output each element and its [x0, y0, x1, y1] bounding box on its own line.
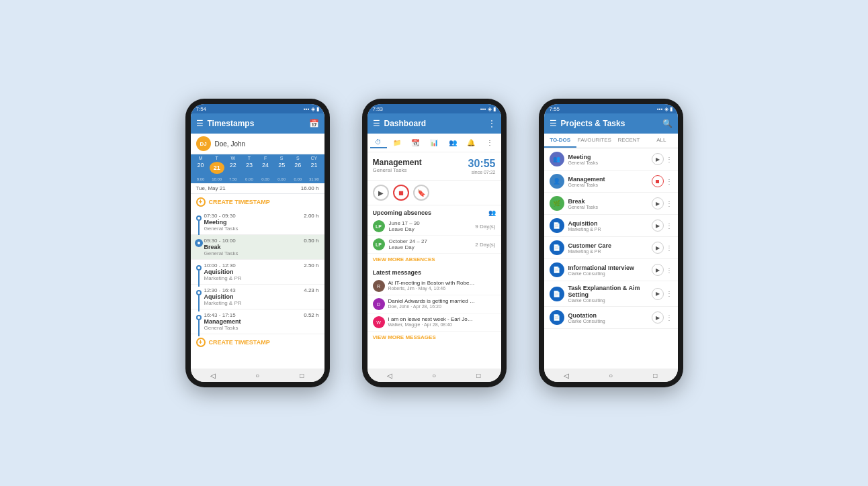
- message-item-1[interactable]: R At IT-meeting in Boston with Roberts -…: [367, 277, 501, 295]
- nav-bar-1: ◁ ○ □: [191, 369, 324, 382]
- hour-3: 0.00: [242, 177, 257, 181]
- task-item-task-explanation[interactable]: 📄 Task Explanantion & Aim Setting Clarke…: [544, 281, 678, 307]
- wifi-icon-2: ◈: [488, 106, 492, 112]
- date-21-container[interactable]: 21: [210, 162, 224, 174]
- play-aquisition[interactable]: ▶: [652, 220, 664, 232]
- phone-screen-timestamps: 7:54 ▪▪▪ ◈ ▮ ☰ Timestamps 📅 DJ Doe, John: [191, 104, 324, 382]
- task-item-quotation[interactable]: 📄 Quotation Clarke Consulting ▶ ⋮: [544, 307, 678, 329]
- play-info-interview[interactable]: ▶: [652, 264, 664, 276]
- nav-back-3[interactable]: ◁: [561, 370, 572, 381]
- view-more-messages[interactable]: VIEW MORE MESSAGES: [367, 332, 501, 343]
- task-item-management[interactable]: 👤 Management General Tasks ⏹ ⋮: [544, 171, 678, 193]
- nav-recent-3[interactable]: □: [650, 370, 660, 381]
- nav-people[interactable]: 👥: [444, 138, 462, 148]
- nav-more[interactable]: ⋮: [481, 138, 498, 148]
- task-item-customer-care[interactable]: 📄 Customer Care Marketing & PR ▶ ⋮: [544, 237, 678, 259]
- nav-recent-1[interactable]: □: [296, 370, 307, 381]
- absence-days-2: 2 Day(s): [475, 242, 495, 248]
- tab-todos[interactable]: TO-DOS: [544, 134, 576, 148]
- nav-home-2[interactable]: ○: [429, 370, 439, 381]
- ts-aquisition-2[interactable]: 12:30 - 16:43 Aquisition Marketing & PR …: [191, 285, 324, 309]
- tab-all[interactable]: ALL: [645, 134, 677, 148]
- hour-5: 0.00: [274, 177, 289, 181]
- nav-bar-2: ◁ ○ □: [367, 369, 501, 382]
- date-26[interactable]: 26: [290, 162, 305, 174]
- date-20[interactable]: 20: [193, 162, 208, 174]
- ts-meeting[interactable]: 07:30 - 09:30 Meeting General Tasks 2.00…: [191, 210, 324, 235]
- nav-clock[interactable]: ⏱: [370, 137, 388, 148]
- stop-control[interactable]: ⏹: [393, 185, 409, 201]
- plus-icon-bottom: +: [196, 338, 206, 347]
- dashboard-content: Management General Tasks 30:55 since 07:…: [367, 152, 501, 369]
- nav-recent-2[interactable]: □: [473, 370, 484, 381]
- ts-aquisition-1[interactable]: 10:00 - 12:30 Aquisition Marketing & PR …: [191, 260, 324, 285]
- nav-home-1[interactable]: ○: [252, 370, 263, 381]
- dashboard-nav-icons: ⏱ 📁 📆 📊 👥 🔔 ⋮: [367, 134, 501, 152]
- play-meeting[interactable]: ▶: [652, 153, 664, 165]
- hamburger-icon-3[interactable]: ☰: [550, 119, 557, 128]
- message-item-2[interactable]: D Daniel Adwards is getting married - Co…: [367, 295, 501, 313]
- more-break[interactable]: ⋮: [666, 200, 672, 207]
- project-meeting: General Tasks: [204, 226, 319, 232]
- nav-folder[interactable]: 📁: [388, 138, 406, 148]
- search-icon-projects[interactable]: 🔍: [662, 119, 672, 128]
- hamburger-icon-2[interactable]: ☰: [373, 119, 380, 128]
- phone-timestamps: 7:54 ▪▪▪ ◈ ▮ ☰ Timestamps 📅 DJ Doe, John: [185, 99, 330, 387]
- task-name-proj-acq: Aquisition: [568, 220, 648, 227]
- task-info-break: Break General Tasks: [568, 198, 648, 209]
- day-t1: T: [210, 156, 224, 160]
- date-25[interactable]: 25: [274, 162, 289, 174]
- date-21b: 21: [306, 162, 321, 174]
- current-time: 30:55: [468, 158, 496, 170]
- task-avatar-management: 👤: [550, 174, 564, 189]
- play-quotation[interactable]: ▶: [652, 311, 664, 324]
- time-mgmt: 16:43 - 17:15: [204, 312, 319, 318]
- timeline-dot-acq2: [196, 290, 202, 295]
- task-avatar-break: 🌿: [550, 196, 564, 211]
- create-timestamp-top[interactable]: + CREATE TIMESTAMP: [191, 194, 324, 210]
- task-item-info-interview[interactable]: 📄 Informational Interview Clarke Consult…: [544, 259, 678, 281]
- date-24[interactable]: 24: [258, 162, 273, 174]
- play-customer-care[interactable]: ▶: [652, 242, 664, 254]
- play-control[interactable]: ▶: [373, 185, 389, 201]
- date-23[interactable]: 23: [242, 162, 257, 174]
- date-22[interactable]: 22: [226, 162, 241, 174]
- tab-favourites[interactable]: FAVOURITES: [576, 134, 613, 148]
- view-more-absences[interactable]: VIEW MORE ABSENCES: [367, 254, 501, 265]
- more-icon-dash[interactable]: ⋮: [488, 119, 496, 128]
- more-management[interactable]: ⋮: [666, 178, 672, 185]
- bookmark-control[interactable]: 🔖: [413, 185, 429, 201]
- message-item-3[interactable]: W I am on leave next week - Earl Johnson…: [367, 313, 501, 332]
- nav-back-2[interactable]: ◁: [384, 370, 395, 381]
- msg-content-3: I am on leave next week - Earl Johnson w…: [388, 316, 496, 327]
- more-info-interview[interactable]: ⋮: [666, 266, 672, 274]
- nav-report[interactable]: 📊: [425, 138, 443, 148]
- create-timestamp-bottom[interactable]: + CREATE TIMESTAMP: [191, 334, 324, 350]
- date-21-today[interactable]: 21: [210, 162, 224, 174]
- duration-acq2: 4.23 h: [304, 287, 318, 293]
- more-task-explanation[interactable]: ⋮: [666, 290, 672, 297]
- calendar-icon[interactable]: 📅: [309, 119, 319, 128]
- tab-recent[interactable]: RECENT: [613, 134, 645, 148]
- more-quotation[interactable]: ⋮: [666, 314, 672, 322]
- app-header-timestamps: ☰ Timestamps 📅: [191, 113, 324, 134]
- more-customer-care[interactable]: ⋮: [666, 244, 672, 252]
- stop-management[interactable]: ⏹: [652, 175, 664, 187]
- task-item-meeting[interactable]: 👥 Meeting General Tasks ▶ ⋮: [544, 148, 678, 171]
- absence-avatar-1: LP: [373, 220, 385, 232]
- more-aquisition[interactable]: ⋮: [666, 222, 672, 230]
- nav-calendar2[interactable]: 📆: [407, 138, 425, 148]
- task-item-aquisition[interactable]: 📄 Aquisition Marketing & PR ▶ ⋮: [544, 215, 678, 237]
- nav-back-1[interactable]: ◁: [208, 370, 218, 381]
- ts-management[interactable]: 16:43 - 17:15 Management General Tasks 0…: [191, 309, 324, 334]
- task-actions-customer-care: ▶ ⋮: [652, 242, 672, 254]
- task-item-break[interactable]: 🌿 Break General Tasks ▶ ⋮: [544, 193, 678, 215]
- play-task-explanation[interactable]: ▶: [652, 288, 664, 300]
- nav-home-3[interactable]: ○: [605, 370, 616, 381]
- ts-break[interactable]: 09:30 - 10:00 Break General Tasks 0.50 h: [191, 235, 324, 260]
- more-meeting[interactable]: ⋮: [666, 156, 672, 163]
- hamburger-icon-1[interactable]: ☰: [196, 119, 204, 128]
- hour-6: 0.00: [290, 177, 305, 181]
- nav-bell[interactable]: 🔔: [462, 138, 480, 148]
- play-break[interactable]: ▶: [652, 197, 664, 209]
